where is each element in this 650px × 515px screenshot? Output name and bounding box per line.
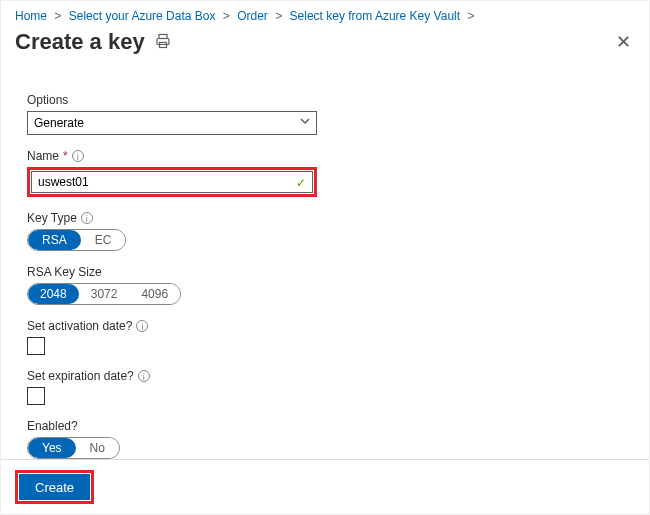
close-icon[interactable]: ✕ bbox=[616, 33, 631, 51]
expiration-checkbox[interactable] bbox=[27, 387, 45, 405]
enabled-label: Enabled? bbox=[27, 419, 78, 433]
chevron-right-icon: > bbox=[463, 9, 478, 23]
print-icon[interactable] bbox=[155, 33, 171, 52]
required-indicator: * bbox=[63, 149, 68, 163]
svg-rect-1 bbox=[157, 38, 169, 44]
keysize-toggle: 2048 3072 4096 bbox=[27, 283, 181, 305]
name-label: Name bbox=[27, 149, 59, 163]
options-select[interactable]: Generate bbox=[27, 111, 317, 135]
info-icon[interactable]: i bbox=[138, 370, 150, 382]
activation-checkbox[interactable] bbox=[27, 337, 45, 355]
info-icon[interactable]: i bbox=[72, 150, 84, 162]
keytype-ec[interactable]: EC bbox=[81, 230, 126, 250]
enabled-toggle: Yes No bbox=[27, 437, 120, 459]
breadcrumb-databox[interactable]: Select your Azure Data Box bbox=[69, 9, 216, 23]
create-button-highlight: Create bbox=[15, 470, 94, 504]
keytype-label: Key Type bbox=[27, 211, 77, 225]
keysize-2048[interactable]: 2048 bbox=[28, 284, 79, 304]
enabled-no[interactable]: No bbox=[76, 438, 119, 458]
keytype-toggle: RSA EC bbox=[27, 229, 126, 251]
keysize-3072[interactable]: 3072 bbox=[79, 284, 130, 304]
name-input[interactable] bbox=[31, 171, 313, 193]
name-input-highlight: ✓ bbox=[27, 167, 317, 197]
activation-label: Set activation date? bbox=[27, 319, 132, 333]
footer-bar: Create bbox=[1, 459, 649, 514]
keytype-rsa[interactable]: RSA bbox=[28, 230, 81, 250]
chevron-right-icon: > bbox=[50, 9, 65, 23]
chevron-right-icon: > bbox=[271, 9, 286, 23]
chevron-right-icon: > bbox=[219, 9, 234, 23]
create-button[interactable]: Create bbox=[19, 474, 90, 500]
breadcrumb-keyvault[interactable]: Select key from Azure Key Vault bbox=[290, 9, 461, 23]
keysize-label: RSA Key Size bbox=[27, 265, 102, 279]
breadcrumb: Home > Select your Azure Data Box > Orde… bbox=[15, 9, 635, 23]
check-icon: ✓ bbox=[296, 176, 306, 190]
info-icon[interactable]: i bbox=[81, 212, 93, 224]
expiration-label: Set expiration date? bbox=[27, 369, 134, 383]
info-icon[interactable]: i bbox=[136, 320, 148, 332]
keysize-4096[interactable]: 4096 bbox=[129, 284, 180, 304]
breadcrumb-home[interactable]: Home bbox=[15, 9, 47, 23]
create-key-form: Options Generate Name * i ✓ Key Type i bbox=[27, 93, 347, 459]
enabled-yes[interactable]: Yes bbox=[28, 438, 76, 458]
breadcrumb-order[interactable]: Order bbox=[237, 9, 268, 23]
options-label: Options bbox=[27, 93, 68, 107]
page-title: Create a key bbox=[15, 29, 145, 55]
